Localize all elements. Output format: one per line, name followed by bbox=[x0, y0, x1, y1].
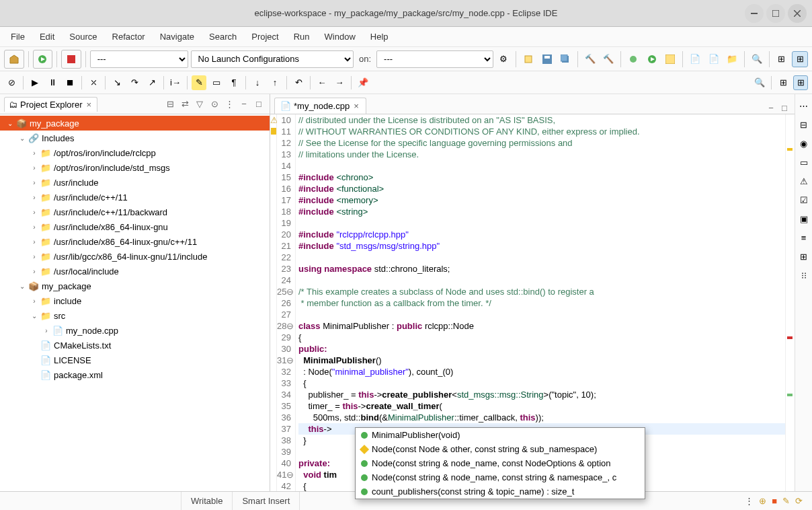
launch-target-select[interactable]: --- bbox=[376, 50, 493, 68]
menu-project[interactable]: Project bbox=[245, 29, 285, 44]
save-icon[interactable] bbox=[539, 51, 555, 67]
debug-icon[interactable] bbox=[625, 51, 641, 67]
launch-mode-select[interactable]: --- bbox=[90, 50, 188, 68]
tree-row[interactable]: ›📁/usr/local/include bbox=[0, 264, 270, 279]
problems-icon[interactable]: ⚠ bbox=[798, 175, 810, 187]
tree-row[interactable]: ›📁include bbox=[0, 293, 270, 308]
close-tab-icon[interactable]: × bbox=[352, 101, 360, 111]
status-overview-icon[interactable]: ■ bbox=[772, 496, 777, 506]
tree-row[interactable]: ›📁/usr/include/x86_64-linux-gnu/c++/11 bbox=[0, 234, 270, 249]
status-sync-icon[interactable]: ⟳ bbox=[795, 496, 803, 506]
completion-item[interactable]: Node(const string & node_name, const str… bbox=[356, 470, 645, 484]
menu-search[interactable]: Search bbox=[202, 29, 243, 44]
project-tree[interactable]: ⌄📦my_package⌄🔗Includes›📁/opt/ros/iron/in… bbox=[0, 114, 270, 491]
search-icon[interactable]: 🔍 bbox=[749, 51, 765, 67]
new-cpp-icon[interactable]: 📄 bbox=[687, 51, 703, 67]
overview-ruler[interactable] bbox=[785, 114, 795, 491]
collapse-all-icon[interactable]: ⊟ bbox=[163, 98, 177, 111]
build-hammer-icon[interactable]: 🔨 bbox=[582, 51, 598, 67]
resume-icon[interactable]: ▶ bbox=[28, 75, 42, 90]
menu-run[interactable]: Run bbox=[287, 29, 317, 44]
link-editor-icon[interactable]: ⇄ bbox=[178, 98, 192, 111]
launch-config-select[interactable]: No Launch Configurations bbox=[191, 50, 354, 68]
menu-source[interactable]: Source bbox=[63, 29, 104, 44]
step-over-icon[interactable]: ↷ bbox=[127, 75, 142, 90]
task-list-icon[interactable]: ◉ bbox=[798, 137, 810, 149]
disconnect-icon[interactable]: ⤫ bbox=[86, 75, 101, 90]
call-hierarchy-icon[interactable]: ⊞ bbox=[798, 250, 810, 262]
tree-row[interactable]: ›📁/usr/include bbox=[0, 175, 270, 190]
minimize-view-icon[interactable]: − bbox=[237, 98, 251, 111]
run2-icon[interactable] bbox=[644, 51, 660, 67]
save-all-icon[interactable] bbox=[557, 51, 573, 67]
skip-breakpoints-icon[interactable]: ⊘ bbox=[4, 75, 19, 90]
completion-item[interactable]: Node(const string & node_name, const Nod… bbox=[356, 456, 645, 470]
tree-row[interactable]: ⌄📦my_package bbox=[0, 116, 270, 131]
tree-row[interactable]: 📄CMakeLists.txt bbox=[0, 338, 270, 353]
cpp-perspective-icon[interactable]: ⊞ bbox=[792, 51, 808, 67]
restore-icon[interactable]: ⋯ bbox=[798, 100, 810, 112]
properties-icon[interactable]: ≡ bbox=[798, 231, 810, 244]
minimize-button[interactable] bbox=[745, 4, 764, 23]
tree-row[interactable]: ⌄📦my_package bbox=[0, 279, 270, 293]
back-icon[interactable]: ← bbox=[315, 75, 329, 90]
focus-icon[interactable]: ⊙ bbox=[208, 98, 221, 111]
perspective-cpp-icon[interactable]: ⊞ bbox=[793, 75, 808, 90]
status-updates-icon[interactable]: ✎ bbox=[782, 496, 790, 506]
instruction-step-icon[interactable]: i→ bbox=[168, 75, 183, 90]
toggle-block-icon[interactable]: ▭ bbox=[209, 75, 224, 90]
tree-row[interactable]: 📄LICENSE bbox=[0, 353, 270, 367]
project-explorer-tab[interactable]: 🗂 Project Explorer × bbox=[4, 97, 97, 112]
run-icon[interactable] bbox=[33, 50, 53, 69]
perspective-switch-icon[interactable]: ⊞ bbox=[776, 75, 790, 90]
gear-icon[interactable]: ⚙ bbox=[496, 51, 512, 67]
status-menu-icon[interactable]: ⋮ bbox=[745, 496, 754, 506]
new-class-icon[interactable]: 📄 bbox=[706, 51, 722, 67]
menu-refactor[interactable]: Refactor bbox=[106, 29, 152, 44]
step-into-icon[interactable]: ↘ bbox=[110, 75, 124, 90]
console-icon[interactable]: ▣ bbox=[798, 213, 810, 225]
build-icon[interactable] bbox=[4, 50, 24, 69]
maximize-view-icon[interactable]: □ bbox=[252, 98, 266, 111]
quick-access-icon[interactable]: 🔍 bbox=[752, 75, 767, 90]
tree-row[interactable]: ›📁/usr/include/c++/11 bbox=[0, 190, 270, 205]
completion-item[interactable]: MinimalPublisher(void) bbox=[356, 428, 645, 442]
menu-file[interactable]: File bbox=[4, 29, 32, 44]
maximize-button[interactable] bbox=[766, 4, 785, 23]
tree-row[interactable]: 📄package.xml bbox=[0, 367, 270, 382]
prev-annotation-icon[interactable]: ↑ bbox=[268, 75, 282, 90]
tree-row[interactable]: ›📁/usr/include/x86_64-linux-gnu bbox=[0, 219, 270, 234]
next-annotation-icon[interactable]: ↓ bbox=[250, 75, 265, 90]
close-button[interactable] bbox=[788, 4, 807, 23]
status-tip-icon[interactable]: ⊕ bbox=[759, 496, 766, 506]
tree-row[interactable]: ›📁/opt/ros/iron/include/rclcpp bbox=[0, 145, 270, 160]
menu-window[interactable]: Window bbox=[318, 29, 362, 44]
step-return-icon[interactable]: ↗ bbox=[145, 75, 159, 90]
menu-edit[interactable]: Edit bbox=[33, 29, 61, 44]
tree-row[interactable]: ›📁/usr/include/c++/11/backward bbox=[0, 205, 270, 219]
new-folder-icon[interactable]: 📁 bbox=[724, 51, 740, 67]
close-view-icon[interactable]: × bbox=[85, 100, 93, 110]
forward-icon[interactable]: → bbox=[332, 75, 347, 90]
build-all-icon[interactable]: 🔨 bbox=[601, 51, 617, 67]
tasks-icon[interactable]: ☑ bbox=[798, 194, 810, 206]
content-assist-popup[interactable]: MinimalPublisher(void)Node(const Node & … bbox=[355, 427, 645, 499]
tree-row[interactable]: ⌄📁src bbox=[0, 308, 270, 323]
terminate-icon[interactable]: ⏹ bbox=[63, 75, 77, 90]
tree-row[interactable]: ›📁/opt/ros/iron/include/std_msgs bbox=[0, 160, 270, 175]
outline-icon[interactable]: ⊟ bbox=[798, 118, 810, 131]
search2-icon[interactable]: ⁝⁝ bbox=[798, 269, 810, 281]
view-menu-icon[interactable]: ⋮ bbox=[222, 98, 236, 111]
last-edit-icon[interactable]: ↶ bbox=[291, 75, 306, 90]
suspend-icon[interactable]: ⏸ bbox=[45, 75, 60, 90]
show-whitespace-icon[interactable]: ¶ bbox=[227, 75, 241, 90]
completion-item[interactable]: count_publishers(const string & topic_na… bbox=[356, 484, 645, 499]
stop-icon[interactable] bbox=[61, 50, 81, 69]
maximize-editor-icon[interactable]: □ bbox=[778, 102, 790, 114]
filter-icon[interactable]: ▽ bbox=[193, 98, 206, 111]
menu-help[interactable]: Help bbox=[364, 29, 395, 44]
pin-editor-icon[interactable]: 📌 bbox=[356, 75, 370, 90]
open-perspective-icon[interactable]: ⊞ bbox=[774, 51, 790, 67]
minimize-editor-icon[interactable]: − bbox=[765, 102, 777, 114]
completion-item[interactable]: Node(const Node & other, const string & … bbox=[356, 442, 645, 456]
